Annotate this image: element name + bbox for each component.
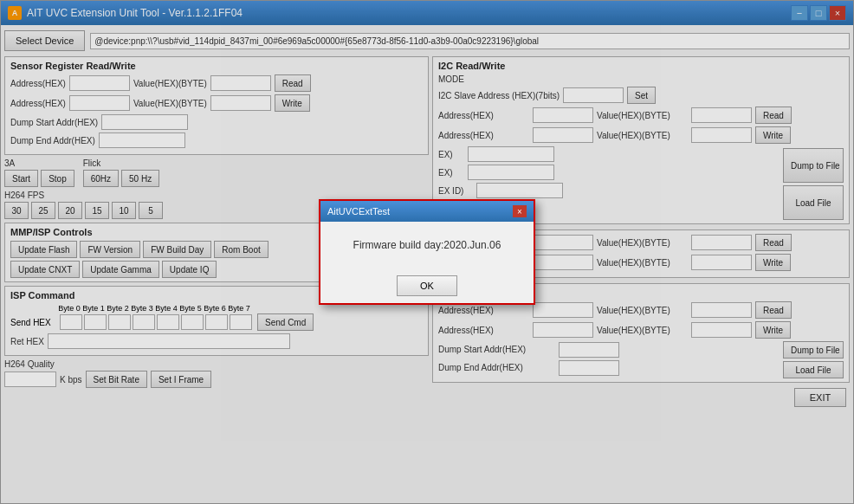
modal-close-button[interactable]: × (513, 205, 527, 217)
modal-overlay: AitUVCExtTest × Firmware build day:2020.… (0, 0, 854, 504)
modal-title-text: AitUVCExtTest (327, 206, 390, 216)
modal-dialog: AitUVCExtTest × Firmware build day:2020.… (319, 199, 535, 305)
modal-ok-button[interactable]: OK (397, 275, 457, 296)
modal-title-bar: AitUVCExtTest × (320, 201, 534, 222)
modal-message: Firmware build day:2020.Jun.06 (353, 239, 501, 251)
modal-footer: OK (320, 268, 534, 303)
modal-body: Firmware build day:2020.Jun.06 (320, 222, 534, 268)
